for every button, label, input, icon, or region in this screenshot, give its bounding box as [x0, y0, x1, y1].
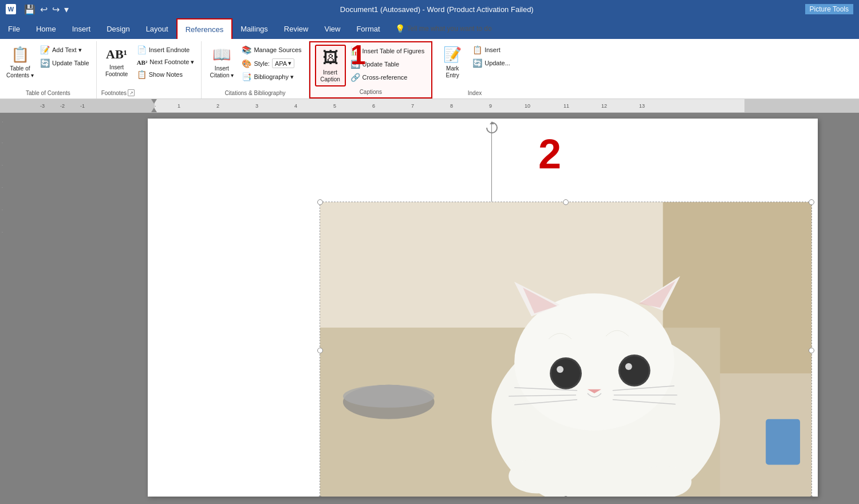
- update-table-captions-label: Update Table: [362, 61, 400, 68]
- ruler-content: -3 -2 -1 · 1 2 3 4 5 6 7 8 9 10 11 12 13: [0, 99, 859, 112]
- style-label: Style:: [254, 60, 270, 67]
- manage-sources-label: Manage Sources: [254, 46, 301, 53]
- margin-mark: ·: [2, 186, 3, 190]
- quick-access-dropdown[interactable]: ▾: [64, 4, 69, 15]
- menu-format[interactable]: Format: [348, 18, 388, 39]
- lightbulb-icon: 💡: [395, 24, 405, 33]
- footnotes-dialog-launcher[interactable]: ↗: [128, 89, 135, 96]
- handle-top-center[interactable]: [563, 199, 569, 205]
- svg-rect-28: [766, 419, 800, 465]
- insert-table-of-figures-button[interactable]: 📊 Insert Table of Figures: [348, 45, 427, 57]
- svg-point-18: [625, 363, 632, 370]
- style-icon: 🎨: [242, 59, 251, 68]
- show-notes-icon: 📋: [137, 70, 147, 79]
- toc-content: 📋 Table ofContents ▾ 📝 Add Text ▾ 🔄 Upda…: [5, 41, 92, 89]
- citation-icon: 📖: [212, 46, 231, 64]
- style-dropdown[interactable]: APA ▾: [272, 58, 294, 68]
- margin-mark: ·: [2, 141, 3, 145]
- captions-group-label: Captions: [315, 88, 427, 97]
- citations-group-label: Citations & Bibliography: [206, 89, 304, 99]
- menu-references[interactable]: References: [176, 18, 233, 39]
- mark-entry-icon: 📝: [443, 46, 462, 64]
- tell-me-box[interactable]: 💡 Tell me what you want to do: [388, 18, 499, 39]
- insert-caption-icon: 🖼: [322, 48, 338, 68]
- ribbon-group-captions: 🖼 InsertCaption 📊 Insert Table of Figure…: [309, 41, 433, 99]
- undo-button[interactable]: ↩: [40, 4, 48, 15]
- footnotes-group-label: Footnotes ↗: [101, 88, 197, 99]
- cross-reference-label: Cross-reference: [362, 74, 408, 81]
- cross-reference-icon: 🔗: [350, 73, 360, 82]
- footnotes-content: AB¹ InsertFootnote 📄 Insert Endnote AB² …: [101, 41, 197, 88]
- insert-index-label: Insert: [484, 46, 501, 53]
- update-table-captions-icon: 🔄: [350, 60, 360, 69]
- citations-content: 📖 InsertCitation ▾ 📚 Manage Sources 🎨 St…: [206, 41, 304, 89]
- svg-point-17: [557, 366, 564, 373]
- ruler-indent-top[interactable]: [151, 99, 157, 104]
- toc-icon: 📋: [11, 46, 29, 64]
- redo-button[interactable]: ↪: [52, 4, 60, 15]
- mark-entry-button[interactable]: 📝 MarkEntry: [437, 44, 468, 81]
- cross-reference-button[interactable]: 🔗 Cross-reference: [348, 71, 410, 84]
- update-index-label: Update...: [484, 60, 510, 66]
- footnotes-small-buttons: 📄 Insert Endnote AB² Next Footnote ▾ 📋 S…: [135, 44, 197, 81]
- handle-top-right[interactable]: [809, 199, 814, 205]
- show-notes-label: Show Notes: [149, 71, 183, 78]
- menu-file[interactable]: File: [0, 18, 28, 39]
- update-table-icon: 🔄: [40, 58, 50, 68]
- table-of-contents-button[interactable]: 📋 Table ofContents ▾: [5, 44, 36, 81]
- show-notes-button[interactable]: 📋 Show Notes: [135, 68, 185, 81]
- margin-mark: ·: [1, 121, 5, 123]
- manage-sources-button[interactable]: 📚 Manage Sources: [239, 44, 304, 56]
- next-footnote-button[interactable]: AB² Next Footnote ▾: [135, 57, 197, 68]
- update-index-icon: 🔄: [472, 58, 482, 68]
- insert-footnote-label: InsertFootnote: [105, 64, 128, 78]
- handle-bottom-right[interactable]: [809, 496, 814, 497]
- title-bar: W 💾 ↩ ↪ ▾ Document1 (Autosaved) - Word (…: [0, 0, 859, 18]
- handle-middle-left[interactable]: [317, 348, 323, 353]
- menu-bar: File Home Insert Design Layout Reference…: [0, 18, 859, 39]
- next-footnote-icon: AB²: [137, 59, 148, 66]
- insert-endnote-icon: 📄: [137, 45, 147, 54]
- menu-design[interactable]: Design: [98, 18, 137, 39]
- update-table-label: Update Table: [52, 60, 89, 66]
- menu-view[interactable]: View: [316, 18, 348, 39]
- cat-image: [320, 202, 811, 497]
- rotation-handle[interactable]: [486, 121, 497, 133]
- ribbon-group-index: 📝 MarkEntry 📋 Insert 🔄 Update... Index: [432, 41, 517, 99]
- insert-endnote-button[interactable]: 📄 Insert Endnote: [135, 44, 192, 56]
- svg-point-6: [514, 293, 674, 430]
- add-text-icon: 📝: [40, 45, 50, 54]
- captions-content: 🖼 InsertCaption 📊 Insert Table of Figure…: [315, 42, 427, 88]
- menu-mailings[interactable]: Mailings: [233, 18, 276, 39]
- tell-me-text: Tell me what you want to do: [407, 25, 492, 33]
- update-table-toc-button[interactable]: 🔄 Update Table: [38, 57, 92, 69]
- insert-footnote-button[interactable]: AB¹ InsertFootnote: [101, 44, 132, 81]
- menu-home[interactable]: Home: [28, 18, 64, 39]
- picture-tools-label: Picture Tools: [805, 4, 853, 14]
- manage-sources-icon: 📚: [242, 45, 251, 54]
- menu-review[interactable]: Review: [276, 18, 317, 39]
- toc-group-label: Table of Contents: [5, 89, 92, 99]
- image-selection-box: [320, 202, 812, 497]
- menu-layout[interactable]: Layout: [138, 18, 176, 39]
- handle-middle-right[interactable]: [809, 348, 814, 353]
- ribbon-group-citations: 📖 InsertCitation ▾ 📚 Manage Sources 🎨 St…: [202, 41, 309, 99]
- save-button[interactable]: 💾: [24, 4, 36, 15]
- style-selector[interactable]: 🎨 Style: APA ▾: [239, 57, 297, 70]
- update-table-captions-button[interactable]: 🔄 Update Table: [348, 58, 402, 70]
- ruler: -3 -2 -1 · 1 2 3 4 5 6 7 8 9 10 11 12 13: [0, 99, 859, 113]
- insert-caption-button[interactable]: 🖼 InsertCaption: [315, 45, 346, 86]
- svg-point-27: [343, 385, 435, 408]
- bibliography-button[interactable]: 📑 Bibliography ▾: [239, 70, 296, 83]
- update-index-button[interactable]: 🔄 Update...: [470, 57, 513, 69]
- document-page: [148, 119, 818, 497]
- insert-caption-label: InsertCaption: [320, 69, 340, 83]
- mark-entry-label: MarkEntry: [446, 65, 459, 79]
- insert-citation-button[interactable]: 📖 InsertCitation ▾: [206, 44, 237, 81]
- insert-index-button[interactable]: 📋 Insert: [470, 44, 503, 56]
- ruler-indent-bottom[interactable]: [151, 108, 157, 112]
- add-text-button[interactable]: 📝 Add Text ▾: [38, 44, 84, 56]
- handle-top-left[interactable]: [317, 199, 323, 205]
- menu-insert[interactable]: Insert: [64, 18, 99, 39]
- bibliography-label: Bibliography ▾: [254, 73, 294, 81]
